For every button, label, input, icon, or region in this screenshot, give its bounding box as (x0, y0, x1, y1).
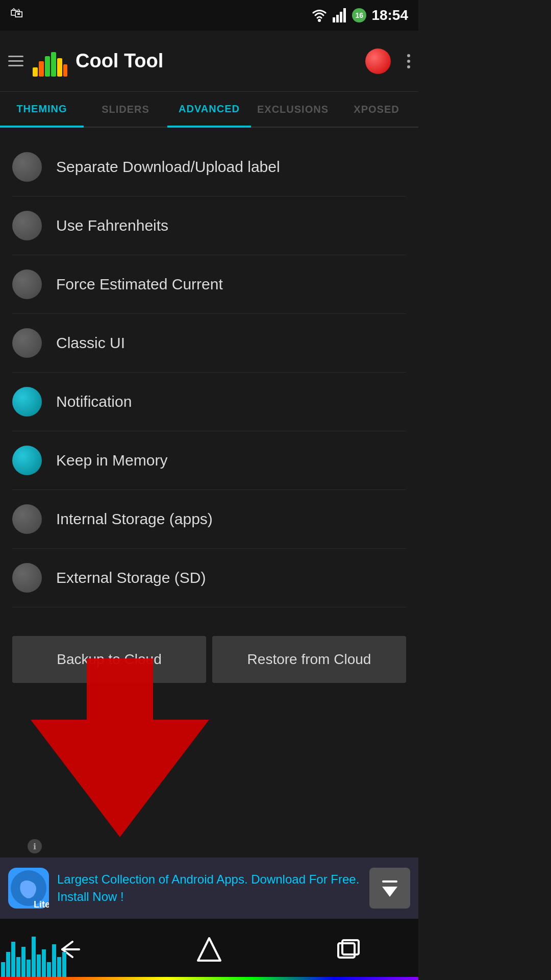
tab-exclusions[interactable]: EXCLUSIONS (251, 92, 335, 127)
app-header: Cool Tool (0, 31, 418, 92)
setting-separate-download: Separate Download/Upload label (12, 138, 406, 197)
svg-rect-3 (340, 12, 342, 22)
status-bar: 🛍 16 18:54 (0, 0, 418, 31)
svg-rect-17 (6, 952, 10, 977)
svg-rect-8 (51, 52, 56, 77)
settings-list: Separate Download/Upload label Use Fahre… (0, 128, 418, 618)
toggle-keep-in-memory[interactable] (12, 446, 42, 475)
svg-rect-27 (57, 957, 61, 977)
ad-app-icon: Lite (8, 868, 49, 909)
toggle-classic-ui[interactable] (12, 328, 42, 358)
tabs-bar: THEMING SLIDERS ADVANCED EXCLUSIONS XPOS… (0, 92, 418, 128)
tab-theming[interactable]: THEMING (0, 92, 84, 128)
label-separate-download: Separate Download/Upload label (56, 158, 280, 176)
setting-classic-ui: Classic UI (12, 314, 406, 373)
svg-rect-21 (27, 960, 31, 977)
setting-external-storage: External Storage (SD) (12, 549, 406, 607)
setting-fahrenheits: Use Fahrenheits (12, 197, 406, 255)
svg-rect-4 (343, 8, 346, 22)
ad-info-badge: ℹ (28, 839, 42, 853)
status-icons: 16 18:54 (311, 7, 408, 23)
setting-force-estimated: Force Estimated Current (12, 255, 406, 314)
svg-point-0 (318, 19, 321, 22)
nav-home-button[interactable] (194, 934, 224, 965)
svg-rect-6 (39, 61, 44, 77)
svg-rect-7 (45, 56, 50, 77)
nav-recents-button[interactable] (333, 934, 364, 965)
nav-bar (0, 919, 418, 980)
record-button[interactable] (365, 48, 391, 74)
svg-rect-28 (62, 952, 66, 977)
setting-internal-storage: Internal Storage (apps) (12, 490, 406, 549)
toggle-separate-download[interactable] (12, 152, 42, 182)
svg-rect-2 (336, 15, 339, 22)
toggle-internal-storage[interactable] (12, 504, 42, 534)
more-options-button[interactable] (407, 54, 410, 68)
backup-to-cloud-button[interactable]: Backup to Cloud (12, 636, 206, 683)
label-fahrenheits: Use Fahrenheits (56, 217, 168, 234)
toggle-notification[interactable] (12, 387, 42, 416)
toggle-force-estimated[interactable] (12, 270, 42, 299)
svg-rect-1 (333, 17, 335, 22)
svg-marker-15 (382, 887, 397, 897)
toggle-external-storage[interactable] (12, 563, 42, 593)
color-bar (0, 977, 418, 980)
label-internal-storage: Internal Storage (apps) (56, 510, 213, 528)
svg-marker-30 (198, 938, 220, 961)
tab-advanced[interactable]: ADVANCED (167, 92, 251, 128)
label-keep-in-memory: Keep in Memory (56, 452, 167, 469)
restore-from-cloud-button[interactable]: Restore from Cloud (212, 636, 406, 683)
svg-rect-19 (16, 957, 20, 977)
svg-rect-22 (32, 937, 36, 977)
wifi-icon (311, 8, 328, 22)
notification-area: 🛍 (10, 5, 23, 21)
svg-rect-16 (1, 962, 5, 977)
label-force-estimated: Force Estimated Current (56, 276, 223, 293)
svg-rect-23 (37, 954, 41, 977)
label-classic-ui: Classic UI (56, 334, 125, 352)
svg-rect-25 (47, 962, 51, 977)
label-notification: Notification (56, 393, 132, 410)
svg-rect-24 (42, 949, 46, 977)
cloud-buttons-container: Backup to Cloud Restore from Cloud (0, 628, 418, 691)
ad-text: Largest Collection of Android Apps. Down… (57, 871, 361, 905)
svg-text:Lite: Lite (34, 899, 49, 909)
ad-download-button[interactable] (369, 868, 410, 909)
ad-banner: Lite ℹ Largest Collection of Android App… (0, 857, 418, 919)
setting-keep-in-memory: Keep in Memory (12, 431, 406, 490)
label-external-storage: External Storage (SD) (56, 569, 206, 586)
tab-sliders[interactable]: SLIDERS (84, 92, 167, 127)
battery-level: 16 (352, 8, 366, 22)
hamburger-menu[interactable] (8, 56, 23, 66)
status-time: 18:54 (371, 7, 408, 23)
svg-rect-14 (382, 880, 397, 883)
app-title: Cool Tool (76, 50, 357, 72)
tab-xposed[interactable]: XPOSED (335, 92, 418, 127)
svg-rect-9 (57, 58, 62, 77)
svg-rect-18 (11, 942, 15, 977)
signal-icon (333, 8, 347, 22)
setting-notification: Notification (12, 373, 406, 431)
svg-rect-20 (21, 947, 26, 977)
svg-rect-5 (33, 67, 38, 77)
svg-rect-10 (63, 64, 67, 77)
toggle-fahrenheits[interactable] (12, 211, 42, 240)
app-logo (32, 46, 67, 77)
svg-rect-26 (52, 944, 56, 977)
equalizer-bars (0, 932, 66, 977)
